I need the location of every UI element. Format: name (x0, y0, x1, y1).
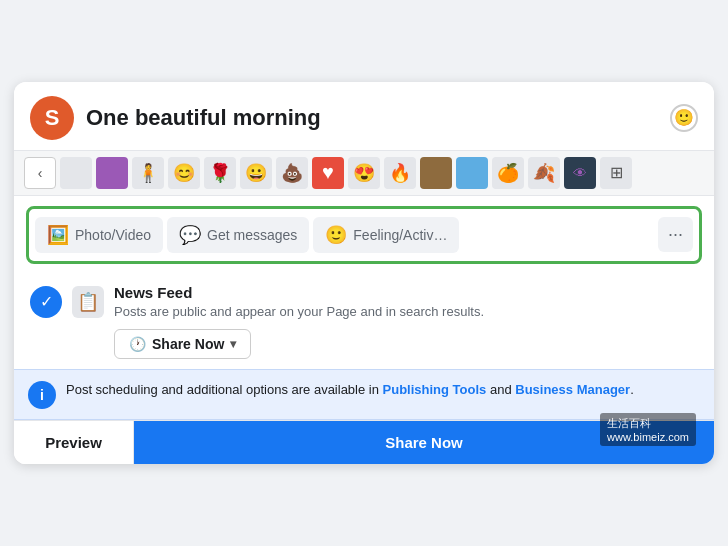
audience-section: ✓ 📋 News Feed Posts are public and appea… (14, 274, 714, 369)
share-now-dropdown-label: Share Now (152, 336, 224, 352)
get-messages-button[interactable]: 💬 Get messages (167, 217, 309, 253)
page-title: One beautiful morning (86, 105, 670, 131)
audience-info: News Feed Posts are public and appear on… (114, 284, 698, 359)
info-banner-text: Post scheduling and additional options a… (66, 380, 634, 400)
business-manager-link[interactable]: Business Manager (515, 382, 630, 397)
emoji-btn-8[interactable]: 😍 (348, 157, 380, 189)
feeling-activity-button[interactable]: 🙂 Feeling/Activ… (313, 217, 459, 253)
messenger-icon: 💬 (179, 224, 201, 246)
footer-buttons: Preview Share Now (14, 420, 714, 464)
emoji-btn-3[interactable]: 😊 (168, 157, 200, 189)
info-text-before: Post scheduling and additional options a… (66, 382, 383, 397)
emoji-btn-7[interactable]: ♥ (312, 157, 344, 189)
action-buttons-wrapper: 🖼️ Photo/Video 💬 Get messages 🙂 Feeling/… (26, 206, 702, 264)
clock-icon: 🕐 (129, 336, 146, 352)
emoji-btn-2[interactable]: 🧍 (132, 157, 164, 189)
emoji-btn-10[interactable] (420, 157, 452, 189)
news-feed-icon: 📋 (72, 286, 104, 318)
info-icon: i (28, 381, 56, 409)
photo-video-button[interactable]: 🖼️ Photo/Video (35, 217, 163, 253)
avatar: S (30, 96, 74, 140)
more-options-button[interactable]: ··· (658, 217, 693, 252)
emoji-btn-0[interactable] (60, 157, 92, 189)
check-circle-icon: ✓ (30, 286, 62, 318)
emoji-btn-12[interactable]: 🍊 (492, 157, 524, 189)
preview-button[interactable]: Preview (14, 421, 134, 464)
photo-video-label: Photo/Video (75, 227, 151, 243)
feeling-label: Feeling/Activ… (353, 227, 447, 243)
share-now-dropdown-button[interactable]: 🕐 Share Now ▾ (114, 329, 251, 359)
emoji-btn-4[interactable]: 🌹 (204, 157, 236, 189)
emoji-btn-11[interactable] (456, 157, 488, 189)
audience-title: News Feed (114, 284, 698, 301)
publishing-tools-link[interactable]: Publishing Tools (383, 382, 487, 397)
photo-video-icon: 🖼️ (47, 224, 69, 246)
get-messages-label: Get messages (207, 227, 297, 243)
share-now-button[interactable]: Share Now (134, 421, 714, 464)
feeling-icon: 🙂 (325, 224, 347, 246)
emoji-btn-6[interactable]: 💩 (276, 157, 308, 189)
action-buttons-row: 🖼️ Photo/Video 💬 Get messages 🙂 Feeling/… (29, 209, 699, 261)
header: S One beautiful morning 🙂 (14, 82, 714, 151)
info-banner: i Post scheduling and additional options… (14, 369, 714, 420)
emoji-btn-1[interactable] (96, 157, 128, 189)
emoji-grid-btn[interactable]: ⊞ (600, 157, 632, 189)
audience-description: Posts are public and appear on your Page… (114, 303, 698, 321)
chevron-down-icon: ▾ (230, 337, 236, 351)
emoji-btn-13[interactable]: 🍂 (528, 157, 560, 189)
emoji-toolbar: ‹ 🧍 😊 🌹 😀 💩 ♥ 😍 🔥 🍊 🍂 👁 ⊞ (14, 151, 714, 196)
emoji-btn-9[interactable]: 🔥 (384, 157, 416, 189)
info-text-middle: and (486, 382, 515, 397)
emoji-btn-14[interactable]: 👁 (564, 157, 596, 189)
emoji-face-icon[interactable]: 🙂 (670, 104, 698, 132)
emoji-nav-left[interactable]: ‹ (24, 157, 56, 189)
emoji-btn-5[interactable]: 😀 (240, 157, 272, 189)
